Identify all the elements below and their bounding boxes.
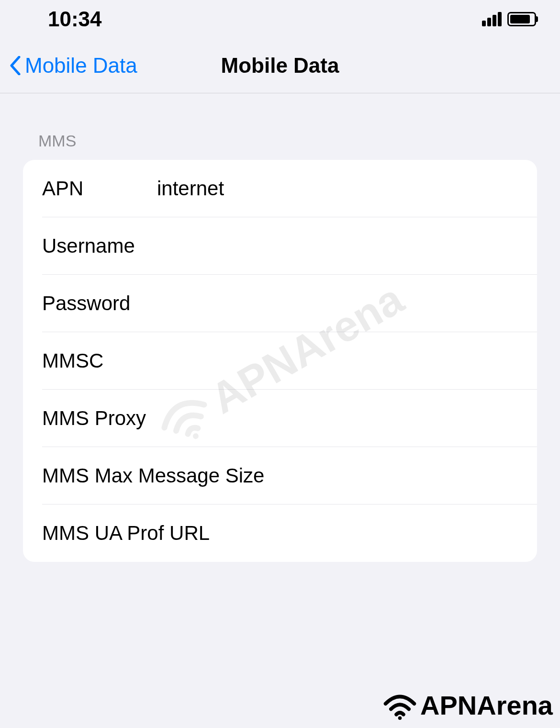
back-button[interactable]: Mobile Data: [10, 54, 137, 78]
mmsc-label: MMSC: [42, 349, 157, 372]
chevron-left-icon: [10, 56, 21, 75]
page-title: Mobile Data: [221, 54, 339, 78]
signal-icon: [482, 12, 502, 26]
mms-max-size-row[interactable]: MMS Max Message Size: [42, 447, 537, 504]
svg-point-1: [398, 716, 402, 720]
navigation-bar: Mobile Data Mobile Data: [0, 38, 560, 93]
mms-max-size-label: MMS Max Message Size: [42, 464, 280, 487]
apn-row[interactable]: APN internet: [42, 160, 537, 217]
section-header-mms: MMS: [38, 132, 537, 150]
username-label: Username: [42, 235, 157, 258]
apn-label: APN: [42, 177, 157, 200]
password-label: Password: [42, 292, 157, 315]
status-time: 10:34: [48, 7, 102, 31]
mms-ua-prof-row[interactable]: MMS UA Prof URL: [42, 504, 537, 562]
status-indicators: [482, 12, 536, 26]
wifi-icon: [382, 691, 418, 720]
password-row[interactable]: Password: [42, 275, 537, 332]
mms-proxy-label: MMS Proxy: [42, 407, 280, 430]
status-bar: 10:34: [0, 0, 560, 38]
mms-ua-prof-label: MMS UA Prof URL: [42, 522, 280, 545]
footer-text: APNArena: [420, 690, 553, 721]
footer-logo: APNArena: [382, 690, 553, 721]
apn-value[interactable]: internet: [157, 177, 518, 200]
mms-proxy-row[interactable]: MMS Proxy: [42, 390, 537, 447]
mms-settings-group: APN internet Username Password MMSC MMS …: [23, 160, 537, 562]
content-area: MMS APN internet Username Password MMSC …: [0, 93, 560, 562]
mmsc-row[interactable]: MMSC: [42, 332, 537, 390]
back-label: Mobile Data: [25, 54, 137, 78]
username-row[interactable]: Username: [42, 217, 537, 275]
battery-icon: [507, 12, 536, 26]
